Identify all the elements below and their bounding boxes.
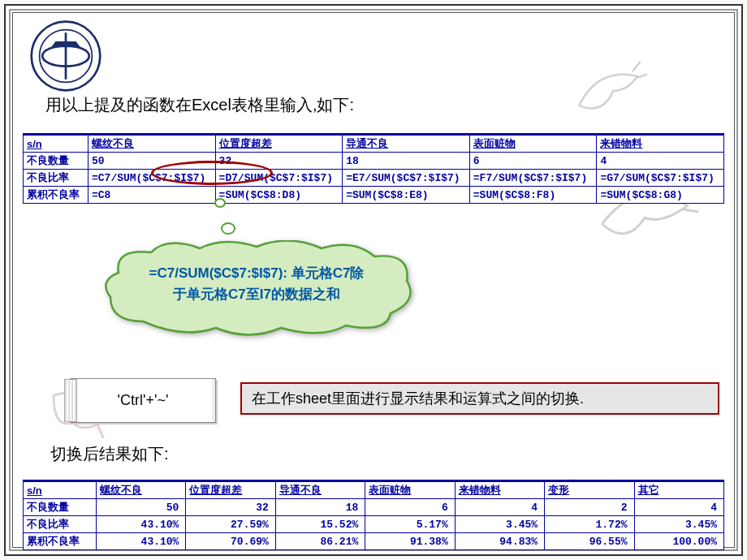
shortcut-key: 'Ctrl'+'~' (118, 392, 169, 409)
table-header-row: s/n 螺纹不良 位置度超差 导通不良 表面赃物 来错物料 (24, 136, 724, 153)
cell: 4 (597, 153, 724, 170)
table-row: 累积不良率 =C8 =SUM($C$8:D8) =SUM($C$8:E8) =S… (24, 187, 724, 204)
cell: =F7/SUM($C$7:$I$7) (469, 170, 597, 187)
header-col: 螺纹不良 (89, 136, 216, 153)
table-row: 不良比率 43.10% 27.59% 15.52% 5.17% 3.45% 1.… (24, 516, 724, 533)
watermark-icon (555, 37, 661, 135)
cell: 100.00% (634, 533, 723, 550)
result-table: s/n 螺纹不良 位置度超差 导通不良 表面赃物 来错物料 变形 其它 不良数量… (23, 480, 724, 550)
callout-desc2: 于单元格C7至I7的数据之和 (173, 286, 340, 302)
cell: 2 (545, 499, 634, 516)
cell: 27.59% (186, 516, 275, 533)
table-header-row: s/n 螺纹不良 位置度超差 导通不良 表面赃物 来错物料 变形 其它 (24, 482, 724, 499)
row-label: 不良比率 (24, 170, 89, 187)
cell: =E7/SUM($C$7:$I$7) (343, 170, 470, 187)
header-col: 来错物料 (597, 136, 724, 153)
row-label: 累积不良率 (24, 533, 97, 550)
formula-callout: =C7/SUM($C$7:$I$7): 单元格C7除 于单元格C7至I7的数据之… (94, 240, 419, 338)
header-col: 表面赃物 (365, 482, 455, 499)
cell: 32 (186, 499, 275, 516)
header-col: 位置度超差 (215, 136, 343, 153)
row-label: 不良比率 (24, 516, 97, 533)
shortcut-desc-text: 在工作sheet里面进行显示结果和运算式之间的切换. (252, 389, 584, 408)
header-col: 位置度超差 (186, 482, 275, 499)
cell: =SUM($C$8:E8) (343, 187, 470, 204)
cell: =C7/SUM($C$7:$I$7) (89, 170, 216, 187)
callout-formula: =C7/SUM($C$7:$I$7): (149, 265, 288, 281)
header-col: 其它 (634, 482, 723, 499)
header-col: 导通不良 (275, 482, 365, 499)
cell: =G7/SUM($C$7:$I$7) (597, 170, 724, 187)
cell: 3.45% (455, 516, 544, 533)
cell: 32 (215, 153, 343, 170)
table-row: 不良比率 =C7/SUM($C$7:$I$7) =D7/SUM($C$7:$I$… (24, 170, 724, 187)
cell: 43.10% (97, 533, 186, 550)
university-logo (29, 19, 102, 93)
cell: =SUM($C$8:D8) (215, 187, 343, 204)
cell: 15.52% (275, 516, 365, 533)
header-sn: s/n (24, 136, 89, 153)
slide-inner: 用以上提及的函数在Excel表格里输入,如下: s/n 螺纹不良 位置度超差 导… (12, 12, 735, 548)
cell: 96.55% (545, 533, 634, 550)
cell: 70.69% (186, 533, 275, 550)
header-col: 来错物料 (455, 482, 544, 499)
header-sn: s/n (24, 482, 97, 499)
cell: =SUM($C$8:F8) (469, 187, 597, 204)
shortcut-box: 'Ctrl'+'~' (70, 378, 216, 423)
intro-text: 用以上提及的函数在Excel表格里输入,如下: (45, 94, 354, 116)
cell: 3.45% (634, 516, 723, 533)
cell: =D7/SUM($C$7:$I$7) (215, 170, 343, 187)
formula-table: s/n 螺纹不良 位置度超差 导通不良 表面赃物 来错物料 不良数量 50 32… (23, 133, 724, 204)
row-label: 不良数量 (24, 499, 97, 516)
cell: 94.83% (455, 533, 544, 550)
table-row: 累积不良率 43.10% 70.69% 86.21% 91.38% 94.83%… (24, 533, 724, 550)
cell: 6 (469, 153, 597, 170)
table-row: 不良数量 50 32 18 6 4 (24, 153, 724, 170)
cell: 6 (365, 499, 455, 516)
cell: 5.17% (365, 516, 455, 533)
cell: 50 (89, 153, 216, 170)
cell: 18 (275, 499, 365, 516)
shortcut-description: 在工作sheet里面进行显示结果和运算式之间的切换. (240, 382, 719, 415)
header-col: 表面赃物 (469, 136, 597, 153)
callout-desc1: 单元格C7除 (287, 265, 364, 281)
cell: 43.10% (97, 516, 186, 533)
cell: =SUM($C$8:G8) (597, 187, 724, 204)
cell: 86.21% (275, 533, 365, 550)
table-row: 不良数量 50 32 18 6 4 2 4 (24, 499, 724, 516)
callout-text: =C7/SUM($C$7:$I$7): 单元格C7除 于单元格C7至I7的数据之… (119, 263, 395, 304)
row-label: 不良数量 (24, 153, 89, 170)
cell: 18 (343, 153, 470, 170)
cell: =C8 (89, 187, 216, 204)
slide-frame: 用以上提及的函数在Excel表格里输入,如下: s/n 螺纹不良 位置度超差 导… (4, 4, 743, 556)
header-col: 导通不良 (343, 136, 470, 153)
cell: 50 (97, 499, 186, 516)
cell: 1.72% (545, 516, 634, 533)
row-label: 累积不良率 (24, 187, 89, 204)
cell: 4 (634, 499, 723, 516)
result-heading: 切换后结果如下: (50, 443, 169, 465)
cell: 4 (455, 499, 544, 516)
header-col: 螺纹不良 (97, 482, 186, 499)
header-col: 变形 (545, 482, 634, 499)
cell: 91.38% (365, 533, 455, 550)
